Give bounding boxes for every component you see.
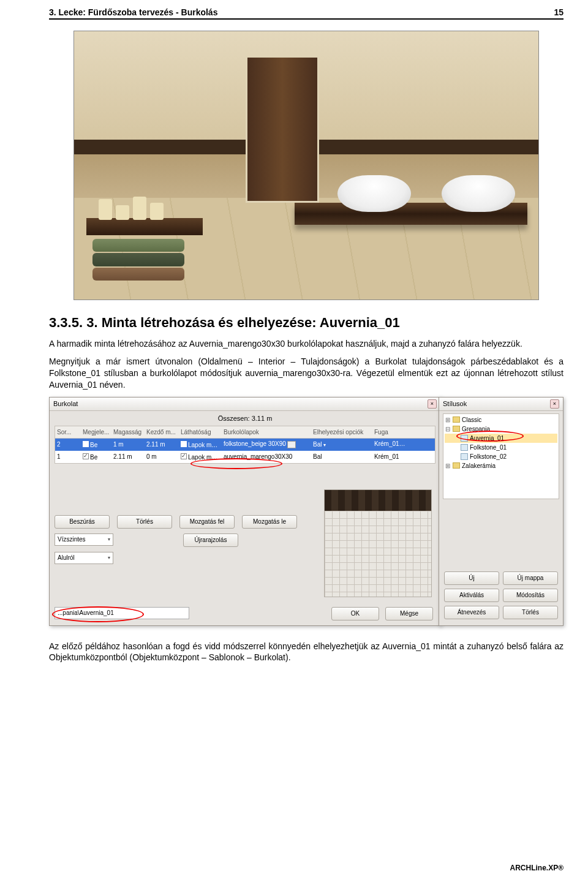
table-row[interactable]: 1 Be 2.11 m 0 m Lapok megje auvernia_mar… [55,451,435,463]
tree-item[interactable]: Folkstone_01 [445,443,557,452]
close-icon[interactable]: × [428,399,437,409]
folder-icon [453,426,460,432]
burkolat-titlebar: Burkolat × [50,398,440,411]
style-tree[interactable]: ⊞Classic ⊟Grespania Auvernia_01 Folkston… [443,413,559,499]
table-row[interactable]: 2 Be 1 m 2.11 m Lapok megje folkstone_be… [55,439,435,451]
new-button[interactable]: Új [444,571,499,585]
delete-style-button[interactable]: Törlés [503,606,558,619]
burkolat-title: Burkolat [53,400,78,407]
move-down-button[interactable]: Mozgatás le [242,515,297,529]
insert-button[interactable]: Beszúrás [55,515,110,529]
header-page-number: 15 [554,7,564,17]
dialog-cluster: Burkolat × Összesen: 3.11 m Sor... Megje… [49,397,564,630]
ok-button[interactable]: OK [331,607,379,620]
close-icon[interactable]: × [550,399,559,409]
direction-dropdown[interactable]: Alulról [55,552,113,564]
file-icon [461,435,468,442]
move-up-button[interactable]: Mozgatás fel [179,515,235,529]
file-icon [461,444,468,451]
new-folder-button[interactable]: Új mappa [503,571,558,585]
redraw-button[interactable]: Újrarajzolás [183,533,238,547]
section-title: 3.3.5. 3. Minta létrehozása és elhelyezé… [49,315,564,331]
checkbox-icon[interactable] [83,441,89,447]
path-display: ...pania\Auvernia_01 [55,607,189,619]
folder-icon [453,462,460,469]
checkbox-icon[interactable] [181,441,187,447]
delete-button[interactable]: Törlés [117,515,172,529]
tree-item[interactable]: Folkstone_02 [445,452,557,461]
rename-button[interactable]: Átnevezés [444,606,499,619]
footer-product-name: ARCHLine.XP® [510,864,564,872]
file-icon [461,453,468,460]
paragraph-3: Az előző példához hasonlóan a fogd és vi… [49,641,564,664]
orientation-dropdown[interactable]: Vízszintes [55,533,113,546]
stilusok-titlebar: Stílusok × [439,398,563,411]
activate-button[interactable]: Aktiválás [444,589,499,602]
burkolat-table: Sor... Megjele... Magasság Kezdő m... Lá… [55,426,435,464]
paragraph-1: A harmadik minta létrehozásához az Auver… [49,338,564,350]
total-label: Összesen: 3.11 m [50,411,440,426]
stilusok-title: Stílusok [443,400,467,407]
burkolat-dialog: Burkolat × Összesen: 3.11 m Sor... Megje… [49,397,441,626]
checkbox-icon[interactable] [181,453,187,459]
tree-item-auvernia[interactable]: Auvernia_01 [445,434,557,443]
header-title: 3. Lecke: Fürdőszoba tervezés - Burkolás [49,7,217,17]
header-rule [49,18,564,20]
bathroom-render [74,31,539,300]
checkbox-icon[interactable] [83,453,89,459]
stilusok-dialog: Stílusok × ⊞Classic ⊟Grespania Auvernia_… [439,397,564,626]
paragraph-2: Megnyitjuk a már ismert útvonalon (Oldal… [49,356,564,391]
cancel-button[interactable]: Mégse [385,607,433,620]
modify-button[interactable]: Módosítás [503,589,558,602]
folder-icon [453,417,460,423]
ellipsis-button[interactable]: ... [287,441,296,448]
table-header: Sor... Megjele... Magasság Kezdő m... Lá… [55,426,435,439]
tile-preview [324,489,432,597]
